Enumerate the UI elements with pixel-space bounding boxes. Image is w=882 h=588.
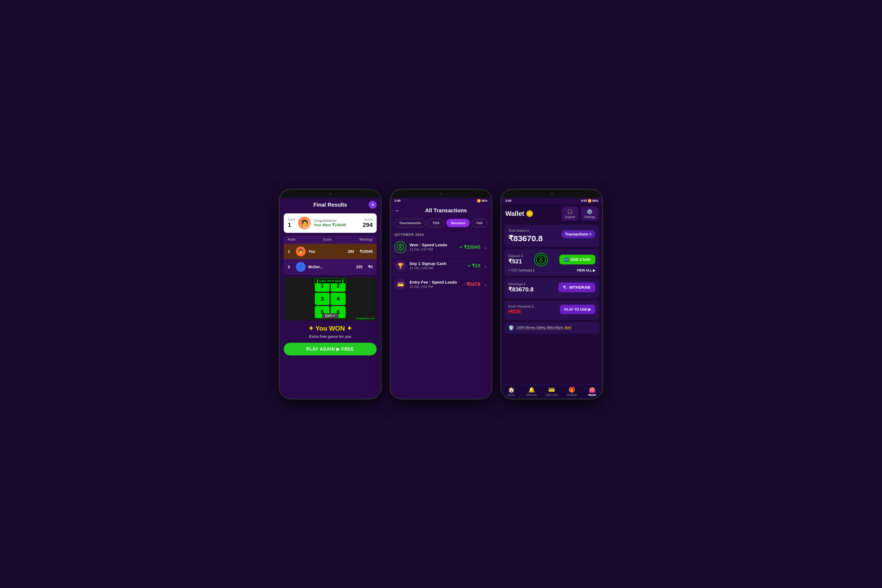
winnings-section: Winnings ℹ ₹83670.8 ₹↓ WITHDRAW [505,278,599,298]
nav-wallet[interactable]: 👛 Wallet [582,387,603,396]
add-cash-button[interactable]: 🏧 ADD CASH [559,255,595,264]
game-cell: 4 [331,293,346,305]
deposit-label-text: Deposit [508,254,520,258]
leaderboard: Rank Score Winnings 1 🧑 You 294 ₹10045 2… [284,236,377,275]
tab-tournaments[interactable]: Tournaments [395,219,425,227]
rank-section: Rank 1 [288,218,295,228]
phone-notch-2 [391,190,491,198]
tx-amount-1: + ₹10045 [459,244,480,250]
list-item[interactable]: Won : Speed Leedo 21 Oct, 2:07 PM + ₹100… [391,238,491,256]
nav-home-label: Home [508,393,515,396]
withdraw-button[interactable]: ₹↓ WITHDRAW [558,282,595,292]
screen-3: 2:08 4:00 📶 66% Wallet ✓ 🎧 Support ⚙️ Se… [501,198,603,399]
support-icon: 🎧 [567,209,573,215]
phone-3: 2:08 4:00 📶 66% Wallet ✓ 🎧 Support ⚙️ Se… [500,189,603,399]
notch-dot-1 [329,192,332,195]
table-row: 2 👤 McDer... 225 ₹0 [284,259,377,275]
time-2: 2:09 [395,199,400,202]
safety-banner: 🛡️ 100% Money Safety, Bilkul Bank Jaisi [505,322,599,334]
phone-notch-3 [501,190,603,198]
notch-dot-2 [440,192,442,195]
lb-name-2: McDer... [308,265,350,269]
withdraw-label: WITHDRAW [569,285,591,290]
tab-fail[interactable]: Fail [472,219,487,227]
nav-rewards[interactable]: 🎁 Rewards [562,387,582,396]
col-winnings: Winnings [359,238,373,242]
status-icons-2: 📶 66% [477,199,487,202]
rush-rewards-section: Rush Rewards ℹ HIDE PLAY TO USE ▶ [505,301,599,320]
winnings-label-text: Winnings [508,282,523,286]
tx-date-1: 21 Oct, 2:07 PM [410,248,456,252]
phone-notch-1 [279,190,381,198]
tab-success[interactable]: Success [446,219,470,227]
score-value: 294 [363,222,373,228]
won-amount: You Won ₹10045 [314,222,360,227]
nav-add-cash[interactable]: 💳 Add Cash [542,387,562,396]
tx-icon-2: 🏆 [395,260,406,272]
exit-button[interactable]: EXIT ↵ [322,313,339,318]
support-button[interactable]: 🎧 Support [562,207,578,220]
results-header: Final Results ✕ [279,198,381,212]
lb-avatar-1: 🧑 [296,247,306,256]
transactions-link[interactable]: Transactions > [561,230,595,238]
col-score: Score [323,238,332,242]
screens-container: Final Results ✕ Rank 1 🧑 Congratulations… [279,189,603,399]
screen-1: Final Results ✕ Rank 1 🧑 Congratulations… [279,198,381,399]
list-item[interactable]: 💳 Entry Fee : Speed Leedo 21 Oct, 2:02 P… [391,275,491,294]
add-cash-icon: 🏧 [564,257,569,262]
add-cash-nav-icon: 💳 [548,387,555,393]
rewards-label-text: Rush Rewards [508,304,531,309]
battery-icon-3: 4:00 📶 66% [581,199,598,202]
wallet-nav-icon: 👛 [589,387,596,393]
tx-name-3: Entry Fee : Speed Leedo [410,280,460,284]
tx-icon-3: 💳 [395,279,406,290]
status-bar-2: 2:09 📶 66% [391,198,491,204]
status-icons-3: 4:00 📶 66% [581,199,598,202]
play-again-button[interactable]: PLAY AGAIN ▶ FREE [284,343,377,356]
deposit-top: Deposit ℹ ₹521 🏧 ADD CASH [508,253,595,266]
settings-button[interactable]: ⚙️ Settings [581,207,598,220]
winnings-amount: ₹83670.8 [508,286,534,293]
rewards-label: Rush Rewards ℹ [508,304,534,309]
winner-info: Congratulations You Won ₹10045 [314,219,360,227]
screen-2: 2:09 📶 66% ← All Transactions Tournament… [391,198,491,399]
congrats-text: Congratulations [314,219,360,222]
settings-icon: ⚙️ [587,209,593,215]
verified-badge: ✓ [526,210,533,217]
safety-text: 100% Money Safety, Bilkul Bank Jaisi [516,326,571,330]
you-won-text: ✦ You WON ✦ [279,323,381,334]
tx-info-3: Entry Fee : Speed Leedo 21 Oct, 2:02 PM [410,280,460,289]
battery-icon: 📶 66% [477,199,487,202]
close-button[interactable]: ✕ [368,201,377,209]
score-label: Score [363,218,373,222]
cashback-row: + ₹10 Cashback ℹ VIEW ALL ▶ [508,268,595,272]
view-all-link[interactable]: VIEW ALL ▶ [577,268,595,272]
game-cell: 3 [315,293,330,305]
nav-home[interactable]: 🏠 Home [501,387,521,396]
list-item[interactable]: 🏆 Day 1 Signup Cash 21 Oct, 2:03 PM + ₹1… [391,256,491,275]
wallet-title: Wallet ✓ [505,210,559,218]
transactions-header: ← All Transactions [391,204,491,218]
chevron-icon-2: ⌄ [484,263,487,269]
winner-avatar: 🧑 [298,217,311,230]
play-to-use-button[interactable]: PLAY TO USE ▶ [560,304,595,314]
back-button[interactable]: ← [395,207,400,214]
rewards-nav-icon: 🎁 [568,387,575,393]
tx-info-1: Won : Speed Leedo 21 Oct, 2:07 PM [410,243,456,252]
transactions-title: All Transactions [404,207,487,214]
score-section: Score 294 [363,218,373,228]
rewards-top: Rush Rewards ℹ HIDE PLAY TO USE ▶ [508,304,595,315]
safety-icon: 🛡️ [508,325,514,331]
nav-rewards-label: Rewards [566,393,577,396]
nav-referrals[interactable]: 🔔 Referrals [521,387,542,396]
tx-date-2: 21 Oct, 2:03 PM [410,266,464,270]
wallet-header: Wallet ✓ 🎧 Support ⚙️ Settings [501,204,603,224]
wallet-title-text: Wallet [505,210,524,218]
deposit-info-icon: ℹ [521,254,523,258]
game-banner: ▌KING PATCHER▐ 1 2 3 4 5 6 EXIT ↵ KingPa… [284,278,377,321]
lb-name-1: You [308,249,342,254]
phone-1: Final Results ✕ Rank 1 🧑 Congratulations… [279,189,382,399]
winnings-info-icon: ℹ [524,282,525,286]
tab-tds[interactable]: TDS [428,219,444,227]
site-label: KingPatcher.com [356,317,374,320]
